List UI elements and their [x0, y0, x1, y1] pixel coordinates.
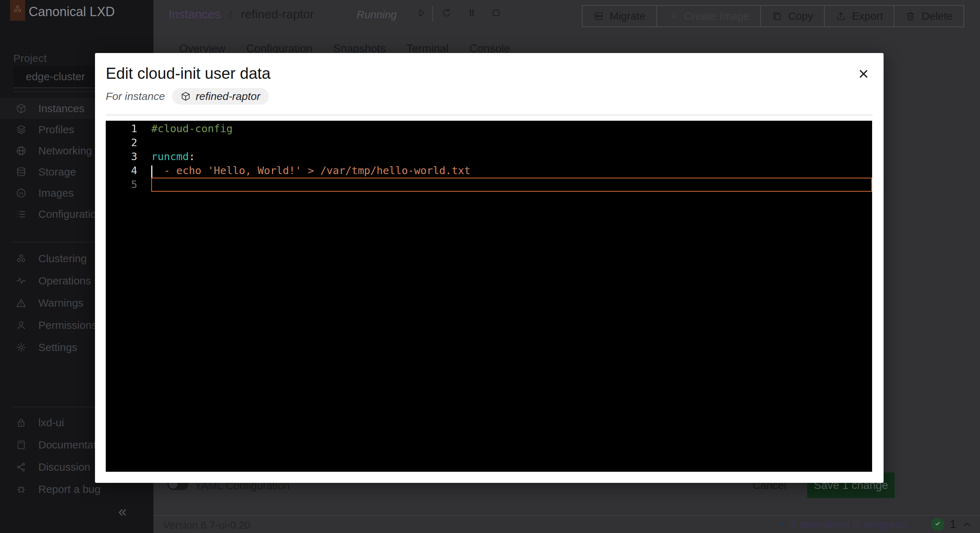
- close-modal-button[interactable]: ×: [853, 64, 873, 84]
- plus-icon: [668, 11, 679, 22]
- stop-icon: [490, 7, 502, 20]
- modal-subtitle: For instance refined-raptor: [106, 88, 269, 105]
- code-line-content: [143, 178, 151, 192]
- action-button-label: Export: [852, 10, 883, 22]
- export-button[interactable]: Export: [824, 6, 894, 27]
- sidebar-item-label: lxd-ui: [38, 417, 64, 429]
- sidebar-item-label: Discussion: [38, 461, 90, 473]
- status-bar: Version 6.7-ui-0.20 2 operations in prog…: [153, 515, 980, 533]
- svg-text:os: os: [19, 191, 23, 195]
- code-line-4: 4 - echo 'Hello, World!' > /var/tmp/hell…: [106, 164, 872, 178]
- controls-divider: [432, 6, 433, 22]
- start-instance-button[interactable]: [413, 5, 430, 22]
- migrate-button[interactable]: Migrate: [582, 6, 656, 27]
- share-icon: [16, 462, 27, 473]
- cloud-init-code-editor[interactable]: 1#cloud-config23runcmd:4 - echo 'Hello, …: [106, 121, 872, 472]
- globe-icon: [16, 146, 27, 156]
- breadcrumb-instances-link[interactable]: Instances: [169, 7, 221, 21]
- project-selector-value: edge-cluster: [26, 71, 85, 83]
- instance-action-bar: MigrateCreate ImageCopyExportDelete: [582, 5, 964, 27]
- code-line-2: 2: [106, 136, 872, 150]
- server-icon: [593, 11, 604, 22]
- line-number: 4: [106, 164, 143, 178]
- create-image-button[interactable]: Create Image: [656, 6, 760, 27]
- instance-status: Running: [356, 9, 397, 21]
- page-title: refined-raptor: [241, 7, 314, 21]
- notification-count: 1: [950, 518, 956, 531]
- layers-icon: [16, 124, 27, 135]
- book-icon: [16, 439, 27, 450]
- sidebar-item-label: Storage: [38, 166, 76, 178]
- cube-icon: [16, 103, 27, 114]
- sidebar-collapse-button[interactable]: «: [118, 503, 127, 520]
- success-check-icon: [931, 518, 944, 531]
- sidebar-item-label: Configuration: [38, 208, 102, 220]
- code-line-content: runcmd:: [143, 150, 195, 164]
- lock-icon: [16, 417, 27, 428]
- operations-in-progress-link[interactable]: 2 operations in progress...: [791, 518, 915, 530]
- delete-button[interactable]: Delete: [894, 6, 964, 27]
- sidebar-item-label: Warnings: [38, 297, 84, 309]
- code-line-content: - echo 'Hello, World!' > /var/tmp/hello-…: [143, 164, 470, 178]
- lxd-logo: [10, 0, 25, 21]
- os-icon: os: [16, 188, 27, 198]
- bug-icon: [16, 484, 27, 495]
- sidebar-item-label: Report a bug: [38, 483, 100, 495]
- app-brand: Canonical LXD: [29, 4, 115, 19]
- restart-icon: [441, 7, 452, 20]
- chevron-up-icon[interactable]: [962, 519, 972, 530]
- pause-icon: [466, 7, 477, 20]
- user-icon: [16, 320, 27, 331]
- line-number: 1: [106, 122, 143, 136]
- lxd-cubes-icon: [12, 4, 23, 16]
- trash-icon: [905, 11, 916, 22]
- pause-instance-button[interactable]: [463, 5, 480, 22]
- sidebar-item-label: Operations: [38, 275, 91, 287]
- operations-dot-icon: [780, 522, 784, 527]
- database-icon: [16, 167, 27, 177]
- version-text: Version 6.7-ui-0.20: [163, 519, 250, 531]
- copy-button[interactable]: Copy: [760, 6, 824, 27]
- breadcrumb: Instances / refined-raptor: [169, 7, 314, 21]
- sidebar-item-label: Images: [38, 187, 73, 199]
- sidebar-item-label: Clustering: [38, 252, 87, 265]
- gear-icon: [16, 342, 27, 353]
- action-button-label: Create Image: [684, 10, 749, 22]
- pulse-icon: [16, 276, 27, 286]
- restart-instance-button[interactable]: [438, 5, 455, 22]
- play-icon: [416, 7, 427, 20]
- instance-badge-name: refined-raptor: [196, 90, 260, 102]
- line-number: 5: [106, 178, 143, 192]
- copy-icon: [772, 11, 783, 22]
- sidebar-item-label: Permissions: [38, 319, 97, 332]
- sidebar-item-label: Settings: [38, 341, 77, 354]
- stop-instance-button[interactable]: [487, 5, 505, 22]
- sidebar-item-label: Networking: [38, 145, 92, 157]
- line-number: 3: [106, 150, 143, 164]
- action-button-label: Migrate: [610, 10, 646, 22]
- code-line-content: [143, 136, 151, 150]
- for-instance-label: For instance: [106, 90, 165, 102]
- list-icon: [16, 209, 27, 220]
- sidebar-item-label: Profiles: [38, 124, 74, 136]
- code-line-3: 3runcmd:: [106, 150, 872, 164]
- sidebar-item-label: Instances: [38, 102, 84, 115]
- edit-cloud-init-modal: × Edit cloud-init user data For instance…: [95, 53, 884, 483]
- instance-box-icon: [181, 91, 191, 102]
- instance-badge: refined-raptor: [172, 88, 269, 105]
- line-number: 2: [106, 136, 143, 150]
- action-button-label: Copy: [788, 10, 813, 22]
- code-line-5: 5: [106, 178, 872, 192]
- export-icon: [835, 11, 846, 22]
- project-label: Project: [13, 52, 46, 65]
- cluster-icon: [16, 253, 27, 264]
- modal-divider: [106, 115, 873, 115]
- code-line-1: 1#cloud-config: [106, 122, 872, 136]
- code-line-content: #cloud-config: [143, 122, 232, 136]
- breadcrumb-separator: /: [229, 7, 232, 21]
- action-button-label: Delete: [921, 10, 953, 22]
- modal-title: Edit cloud-init user data: [106, 65, 270, 82]
- warning-icon: [16, 298, 27, 308]
